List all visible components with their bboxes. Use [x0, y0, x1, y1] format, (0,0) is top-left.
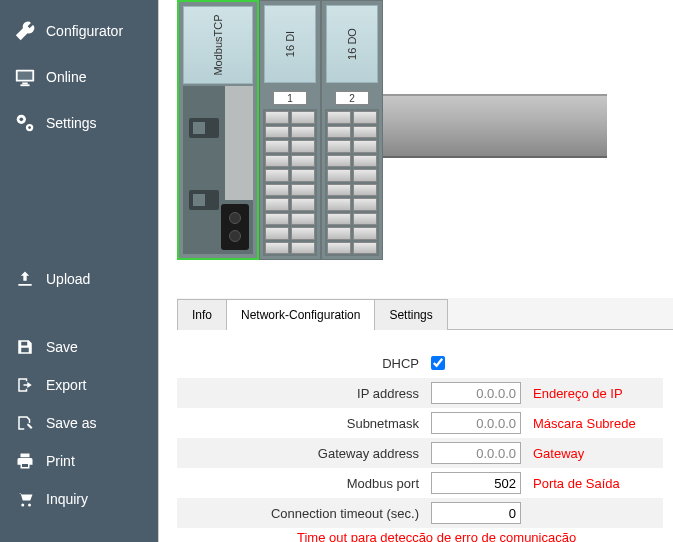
slot-number: 1	[273, 91, 307, 105]
power-connector-icon	[221, 204, 249, 250]
timeout-label: Connection timeout (sec.)	[177, 506, 431, 521]
dhcp-checkbox[interactable]	[431, 356, 445, 370]
timeout-input[interactable]	[431, 502, 521, 524]
svg-point-5	[20, 118, 24, 122]
timeout-annotation: Time out para detecção de erro de comuni…	[177, 530, 663, 542]
tab-settings[interactable]: Settings	[374, 299, 447, 330]
module-16di[interactable]: 16 DI 1	[259, 0, 321, 260]
print-icon	[14, 450, 36, 472]
svg-rect-2	[22, 83, 28, 85]
sidebar-item-print[interactable]: Print	[0, 442, 158, 480]
device-view: ModbusTCP 16 DI 1	[158, 0, 673, 292]
slot-number: 2	[335, 91, 369, 105]
row-port: Modbus port Porta de Saída	[177, 468, 663, 498]
module-label: 16 DO	[346, 28, 358, 60]
row-gateway: Gateway address Gateway	[177, 438, 663, 468]
save-as-icon	[14, 412, 36, 434]
wrench-icon	[14, 20, 36, 42]
module-cpu-modbustcp[interactable]: ModbusTCP	[177, 0, 259, 260]
gears-icon	[14, 112, 36, 134]
save-icon	[14, 336, 36, 358]
sidebar-item-label: Save	[46, 339, 78, 355]
svg-rect-3	[20, 84, 29, 86]
sidebar-item-label: Settings	[46, 115, 97, 131]
subnet-annotation: Máscara Subrede	[533, 416, 636, 431]
port-input[interactable]	[431, 472, 521, 494]
io-terminals	[325, 109, 379, 256]
module-16do[interactable]: 16 DO 2	[321, 0, 383, 260]
module-header: 16 DO	[326, 5, 378, 83]
sidebar-item-label: Online	[46, 69, 86, 85]
module-header: ModbusTCP	[183, 6, 253, 84]
export-icon	[14, 374, 36, 396]
upload-icon	[14, 268, 36, 290]
sidebar-item-label: Print	[46, 453, 75, 469]
gateway-input[interactable]	[431, 442, 521, 464]
config-panel: Info Network-Configuration Settings DHCP…	[158, 292, 673, 542]
module-label: ModbusTCP	[212, 14, 224, 75]
sidebar-item-label: Upload	[46, 271, 90, 287]
sidebar-item-save-as[interactable]: Save as	[0, 404, 158, 442]
ethernet-port-icon	[189, 118, 219, 138]
row-ip: IP address Endereço de IP	[177, 378, 663, 408]
ip-annotation: Endereço de IP	[533, 386, 623, 401]
ip-label: IP address	[177, 386, 431, 401]
dhcp-label: DHCP	[177, 356, 431, 371]
port-label: Modbus port	[177, 476, 431, 491]
tab-network-configuration[interactable]: Network-Configuration	[226, 299, 375, 330]
network-form: DHCP IP address Endereço de IP Subnetmas…	[177, 348, 673, 542]
sidebar-item-upload[interactable]: Upload	[0, 256, 158, 302]
gateway-annotation: Gateway	[533, 446, 584, 461]
sidebar-item-label: Save as	[46, 415, 97, 431]
row-subnet: Subnetmask Máscara Subrede	[177, 408, 663, 438]
sidebar-item-label: Inquiry	[46, 491, 88, 507]
gateway-label: Gateway address	[177, 446, 431, 461]
tab-info[interactable]: Info	[177, 299, 227, 330]
tab-bar: Info Network-Configuration Settings	[177, 298, 673, 330]
sidebar-item-save[interactable]: Save	[0, 328, 158, 366]
module-header: 16 DI	[264, 5, 316, 83]
sidebar-item-label: Configurator	[46, 23, 123, 39]
io-terminals	[263, 109, 317, 256]
monitor-icon	[14, 66, 36, 88]
subnet-input[interactable]	[431, 412, 521, 434]
sidebar-item-settings[interactable]: Settings	[0, 100, 158, 146]
cpu-body	[183, 86, 253, 254]
svg-rect-1	[18, 72, 33, 80]
row-timeout: Connection timeout (sec.)	[177, 498, 663, 528]
port-annotation: Porta de Saída	[533, 476, 620, 491]
row-dhcp: DHCP	[177, 348, 663, 378]
svg-point-7	[28, 126, 31, 129]
cart-icon	[14, 488, 36, 510]
module-label: 16 DI	[284, 31, 296, 57]
sidebar-item-inquiry[interactable]: Inquiry	[0, 480, 158, 518]
subnet-label: Subnetmask	[177, 416, 431, 431]
sidebar-item-label: Export	[46, 377, 86, 393]
cpu-panel	[225, 86, 253, 200]
ip-input[interactable]	[431, 382, 521, 404]
sidebar: Configurator Online Settings Upload Save…	[0, 0, 158, 542]
main: ModbusTCP 16 DI 1	[158, 0, 673, 542]
sidebar-item-export[interactable]: Export	[0, 366, 158, 404]
sidebar-item-online[interactable]: Online	[0, 54, 158, 100]
sidebar-item-configurator[interactable]: Configurator	[0, 8, 158, 54]
ethernet-port-icon	[189, 190, 219, 210]
